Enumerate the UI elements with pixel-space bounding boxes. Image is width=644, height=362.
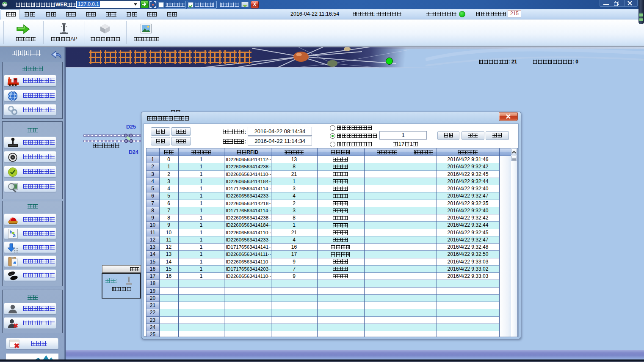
svg-text:b: b xyxy=(10,229,12,234)
svg-text:a: a xyxy=(13,232,16,239)
